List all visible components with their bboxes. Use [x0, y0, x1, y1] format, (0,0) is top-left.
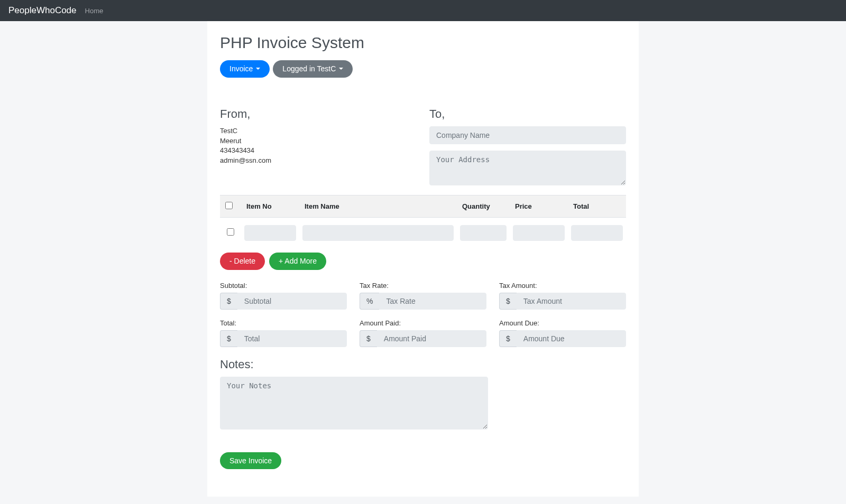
table-actions: - Delete + Add More: [220, 253, 626, 270]
notes-input[interactable]: [220, 377, 488, 430]
from-city: Meerut: [220, 136, 417, 146]
delete-button[interactable]: - Delete: [220, 253, 265, 270]
due-field: Amount Due: $: [499, 319, 626, 347]
item-no-input[interactable]: [244, 225, 296, 241]
address-input[interactable]: [429, 151, 626, 185]
brand-logo[interactable]: PeopleWhoCode: [8, 5, 77, 16]
header-price: Price: [510, 195, 568, 217]
total-input[interactable]: [571, 225, 623, 241]
taxrate-label: Tax Rate:: [360, 282, 486, 290]
taxamount-field: Tax Amount: $: [499, 282, 626, 310]
notes-heading: Notes:: [220, 358, 626, 371]
from-heading: From,: [220, 107, 417, 121]
from-email: admin@ssn.com: [220, 156, 417, 166]
save-invoice-button[interactable]: Save Invoice: [220, 452, 281, 470]
items-table: Item No Item Name Quantity Price Total: [220, 195, 626, 248]
price-input[interactable]: [513, 225, 565, 241]
subtotal-label: Subtotal:: [220, 282, 347, 290]
from-phone: 434343434: [220, 146, 417, 156]
taxrate-input[interactable]: [379, 293, 486, 310]
subtotal-input[interactable]: [237, 293, 347, 310]
quantity-input[interactable]: [460, 225, 507, 241]
user-dropdown-button[interactable]: Logged in TestC: [273, 60, 353, 78]
chevron-down-icon: [339, 68, 343, 70]
select-all-checkbox[interactable]: [225, 202, 233, 209]
header-item-no: Item No: [241, 195, 299, 217]
header-button-group: Invoice Logged in TestC: [220, 60, 626, 78]
subtotal-field: Subtotal: $: [220, 282, 347, 310]
due-label: Amount Due:: [499, 319, 626, 327]
table-row: [220, 217, 626, 248]
notes-section: Notes:: [220, 358, 626, 431]
currency-prefix: $: [499, 330, 517, 347]
page-title: PHP Invoice System: [220, 34, 626, 52]
nav-home-link[interactable]: Home: [85, 7, 104, 15]
save-row: Save Invoice: [220, 452, 626, 470]
add-more-button[interactable]: + Add More: [269, 253, 326, 270]
from-column: From, TestC Meerut 434343434 admin@ssn.c…: [220, 107, 417, 185]
due-input[interactable]: [517, 330, 626, 347]
from-to-row: From, TestC Meerut 434343434 admin@ssn.c…: [220, 107, 626, 185]
company-name-input[interactable]: [429, 126, 626, 144]
header-item-name: Item Name: [299, 195, 457, 217]
paid-label: Amount Paid:: [360, 319, 486, 327]
table-header-row: Item No Item Name Quantity Price Total: [220, 195, 626, 217]
from-name: TestC: [220, 126, 417, 136]
invoice-dropdown-button[interactable]: Invoice: [220, 60, 270, 78]
taxamount-input[interactable]: [517, 293, 626, 310]
to-inputs: [429, 126, 626, 185]
currency-prefix: $: [220, 293, 237, 310]
taxrate-field: Tax Rate: %: [360, 282, 486, 310]
chevron-down-icon: [256, 68, 260, 70]
main-container: PHP Invoice System Invoice Logged in Tes…: [207, 21, 639, 497]
item-name-input[interactable]: [302, 225, 454, 241]
header-checkbox-cell: [220, 195, 241, 217]
user-button-label: Logged in TestC: [282, 64, 336, 73]
total-field: Total: $: [220, 319, 347, 347]
currency-prefix: $: [360, 330, 377, 347]
row-checkbox[interactable]: [227, 228, 234, 236]
navbar: PeopleWhoCode Home: [0, 0, 846, 21]
total-input[interactable]: [237, 330, 347, 347]
percent-prefix: %: [360, 293, 379, 310]
currency-prefix: $: [220, 330, 237, 347]
totals-grid: Subtotal: $ Tax Rate: % Tax Amount: $ To…: [220, 282, 626, 347]
to-heading: To,: [429, 107, 626, 121]
from-info: TestC Meerut 434343434 admin@ssn.com: [220, 126, 417, 166]
paid-input[interactable]: [377, 330, 486, 347]
header-quantity: Quantity: [457, 195, 510, 217]
total-label: Total:: [220, 319, 347, 327]
invoice-button-label: Invoice: [229, 64, 253, 73]
paid-field: Amount Paid: $: [360, 319, 486, 347]
taxamount-label: Tax Amount:: [499, 282, 626, 290]
header-total: Total: [568, 195, 626, 217]
to-column: To,: [429, 107, 626, 185]
currency-prefix: $: [499, 293, 517, 310]
